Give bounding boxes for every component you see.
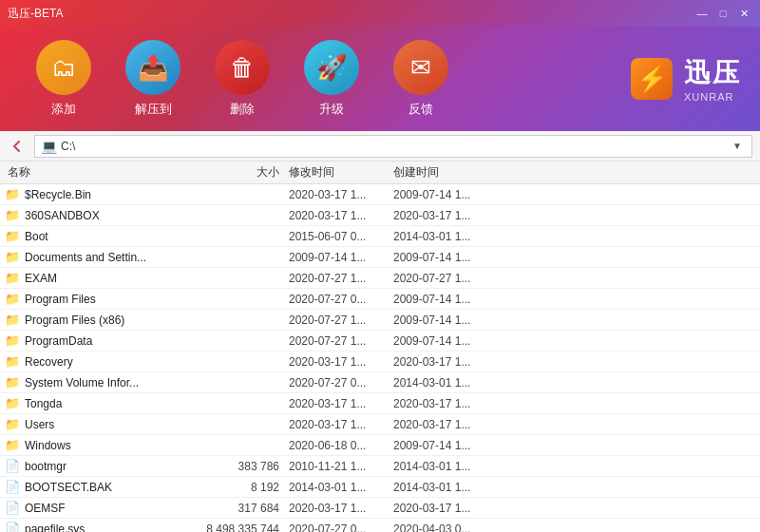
file-mtime: 2020-07-27 1... bbox=[289, 272, 393, 285]
file-ctime: 2020-03-17 1... bbox=[393, 355, 498, 369]
add-icon: 🗂 bbox=[36, 40, 91, 95]
back-button[interactable] bbox=[4, 135, 30, 158]
delete-label: 删除 bbox=[230, 101, 255, 118]
list-item[interactable]: 📁 Boot 2015-06-07 0... 2014-03-01 1... bbox=[0, 226, 760, 247]
list-item[interactable]: 📁 Recovery 2020-03-17 1... 2020-03-17 1.… bbox=[0, 352, 760, 372]
delete-icon: 🗑 bbox=[215, 40, 270, 95]
file-ctime: 2020-03-17 1... bbox=[393, 502, 498, 515]
toolbar-feedback-button[interactable]: ✉ 反馈 bbox=[393, 40, 448, 118]
file-list: 📁 $Recycle.Bin 2020-03-17 1... 2009-07-1… bbox=[0, 184, 760, 532]
file-size: 8 498 335 744 bbox=[203, 522, 289, 533]
list-item[interactable]: 📄 BOOTSECT.BAK 8 192 2014-03-01 1... 201… bbox=[0, 477, 760, 498]
file-ctime: 2014-03-01 1... bbox=[393, 230, 498, 243]
minimize-button[interactable]: — bbox=[694, 6, 711, 21]
file-size: 383 786 bbox=[203, 460, 289, 473]
file-name: OEMSF bbox=[25, 502, 203, 515]
list-item[interactable]: 📁 360SANDBOX 2020-03-17 1... 2020-03-17 … bbox=[0, 205, 760, 226]
file-name: $Recycle.Bin bbox=[25, 188, 203, 201]
brand-sub: XUNRAR bbox=[684, 91, 733, 103]
file-ctime: 2014-03-01 1... bbox=[393, 481, 498, 494]
list-item[interactable]: 📁 ProgramData 2020-07-27 1... 2009-07-14… bbox=[0, 331, 760, 352]
list-item[interactable]: 📁 Documents and Settin... 2009-07-14 1..… bbox=[0, 247, 760, 268]
file-mtime: 2020-07-27 0... bbox=[289, 376, 393, 390]
list-item[interactable]: 📁 Program Files (x86) 2020-07-27 1... 20… bbox=[0, 310, 760, 331]
list-item[interactable]: 📄 OEMSF 317 684 2020-03-17 1... 2020-03-… bbox=[0, 498, 760, 519]
add-label: 添加 bbox=[51, 101, 76, 118]
toolbar-add-button[interactable]: 🗂 添加 bbox=[36, 40, 91, 118]
col-size-header: 大小 bbox=[203, 164, 289, 180]
file-mtime: 2020-03-17 1... bbox=[289, 209, 393, 222]
file-name: Program Files (x86) bbox=[25, 314, 203, 327]
folder-icon: 📁 bbox=[4, 187, 21, 202]
list-item[interactable]: 📄 pagefile.sys 8 498 335 744 2020-07-27 … bbox=[0, 519, 760, 532]
file-ctime: 2009-07-14 1... bbox=[393, 439, 498, 452]
file-name: EXAM bbox=[25, 272, 203, 285]
feedback-label: 反馈 bbox=[408, 101, 433, 118]
folder-icon: 📁 bbox=[4, 208, 21, 223]
list-item[interactable]: 📁 System Volume Infor... 2020-07-27 0...… bbox=[0, 372, 760, 393]
file-mtime: 2015-06-07 0... bbox=[289, 230, 393, 243]
list-item[interactable]: 📄 bootmgr 383 786 2010-11-21 1... 2014-0… bbox=[0, 456, 760, 477]
file-name: Boot bbox=[25, 230, 203, 243]
file-ctime: 2009-07-14 1... bbox=[393, 251, 498, 264]
file-mtime: 2020-03-17 1... bbox=[289, 355, 393, 369]
file-name: Users bbox=[25, 418, 203, 431]
file-ctime: 2020-03-17 1... bbox=[393, 397, 498, 410]
list-item[interactable]: 📁 Windows 2020-06-18 0... 2009-07-14 1..… bbox=[0, 435, 760, 456]
file-mtime: 2020-07-27 1... bbox=[289, 314, 393, 327]
col-ctime-header: 创建时间 bbox=[393, 164, 498, 180]
file-mtime: 2020-07-27 0... bbox=[289, 293, 393, 306]
folder-icon: 📁 bbox=[4, 250, 21, 265]
file-ctime: 2020-03-17 1... bbox=[393, 418, 498, 431]
brand-logo-area: ⚡ 迅压 XUNRAR bbox=[631, 55, 741, 103]
file-ctime: 2014-03-01 1... bbox=[393, 460, 498, 473]
folder-icon: 📁 bbox=[4, 292, 21, 307]
file-name: BOOTSECT.BAK bbox=[25, 481, 203, 494]
folder-icon: 📁 bbox=[4, 354, 21, 370]
file-ctime: 2020-03-17 1... bbox=[393, 209, 498, 222]
brand-name: 迅压 bbox=[684, 55, 741, 91]
file-name: 360SANDBOX bbox=[25, 209, 203, 222]
file-name: Windows bbox=[25, 439, 203, 452]
list-item[interactable]: 📁 EXAM 2020-07-27 1... 2020-07-27 1... bbox=[0, 268, 760, 289]
file-mtime: 2020-03-17 1... bbox=[289, 397, 393, 410]
file-ctime: 2009-07-14 1... bbox=[393, 314, 498, 327]
file-ctime: 2009-07-14 1... bbox=[393, 293, 498, 306]
close-button[interactable]: ✕ bbox=[735, 6, 752, 21]
file-mtime: 2020-03-17 1... bbox=[289, 502, 393, 515]
list-item[interactable]: 📁 $Recycle.Bin 2020-03-17 1... 2009-07-1… bbox=[0, 184, 760, 205]
file-mtime: 2020-07-27 1... bbox=[289, 334, 393, 348]
file-ctime: 2014-03-01 1... bbox=[393, 376, 498, 390]
file-icon: 📄 bbox=[4, 480, 21, 495]
file-name: pagefile.sys bbox=[25, 522, 203, 533]
app-title: 迅压-BETA bbox=[8, 6, 63, 22]
path-bar[interactable]: 💻 C:\ ▼ bbox=[34, 135, 752, 158]
list-item[interactable]: 📁 Tongda 2020-03-17 1... 2020-03-17 1... bbox=[0, 393, 760, 414]
maximize-button[interactable]: □ bbox=[714, 6, 732, 21]
folder-icon: 📁 bbox=[4, 313, 21, 328]
file-icon: 📄 bbox=[4, 501, 21, 516]
toolbar-upgrade-button[interactable]: 🚀 升级 bbox=[304, 40, 359, 118]
col-mtime-header: 修改时间 bbox=[289, 164, 393, 180]
file-name: Tongda bbox=[25, 397, 203, 410]
path-text: C:\ bbox=[61, 140, 729, 153]
folder-icon: 📁 bbox=[4, 333, 21, 349]
file-mtime: 2010-11-21 1... bbox=[289, 460, 393, 473]
file-ctime: 2020-04-03 0... bbox=[393, 522, 498, 533]
file-mtime: 2020-03-17 1... bbox=[289, 188, 393, 201]
list-item[interactable]: 📁 Program Files 2020-07-27 0... 2009-07-… bbox=[0, 289, 760, 310]
file-name: Documents and Settin... bbox=[25, 251, 203, 264]
file-icon: 📄 bbox=[4, 522, 21, 533]
toolbar-extract-button[interactable]: 📤 解压到 bbox=[125, 40, 180, 118]
file-ctime: 2020-07-27 1... bbox=[393, 272, 498, 285]
list-item[interactable]: 📁 Users 2020-03-17 1... 2020-03-17 1... bbox=[0, 414, 760, 435]
toolbar-delete-button[interactable]: 🗑 删除 bbox=[215, 40, 270, 118]
toolbar-items: 🗂 添加 📤 解压到 🗑 删除 🚀 升级 ✉ 反馈 bbox=[19, 40, 466, 118]
column-headers: 名称 大小 修改时间 创建时间 bbox=[0, 162, 760, 184]
extract-label: 解压到 bbox=[135, 101, 172, 118]
folder-icon: 📁 bbox=[4, 396, 21, 411]
file-name: bootmgr bbox=[25, 460, 203, 473]
file-mtime: 2020-07-27 0... bbox=[289, 522, 393, 533]
path-dropdown-arrow[interactable]: ▼ bbox=[729, 141, 746, 151]
file-name: ProgramData bbox=[25, 334, 203, 348]
